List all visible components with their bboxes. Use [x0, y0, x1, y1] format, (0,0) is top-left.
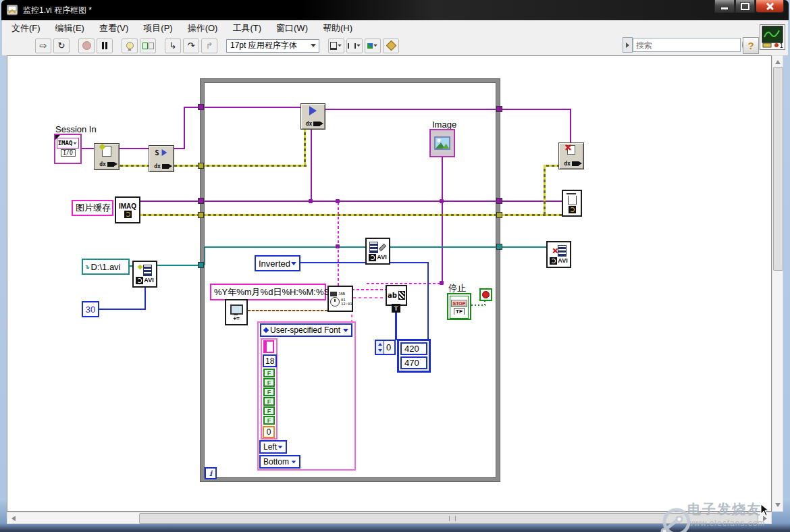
retain-values-icon: [142, 43, 154, 49]
title-bar[interactable]: 监控1.vi 程序框图 *: [1, 0, 789, 20]
run-button[interactable]: ⇨: [35, 38, 51, 53]
highlight-execution-button[interactable]: [122, 38, 138, 53]
abort-button[interactable]: [78, 38, 95, 53]
menu-project[interactable]: 项目(P): [143, 22, 172, 34]
font-string-element[interactable]: [263, 340, 274, 353]
imaq-create-node[interactable]: IMAQ: [115, 196, 140, 223]
retain-wire-values-button[interactable]: [140, 38, 156, 53]
font-flag-false[interactable]: F: [263, 388, 275, 396]
maximize-button[interactable]: [735, 0, 755, 13]
wire-segment: [99, 309, 145, 310]
stepper-icon[interactable]: [376, 341, 384, 354]
search-expand-button[interactable]: [623, 37, 633, 53]
fps-constant[interactable]: 30: [82, 301, 99, 317]
imaqdx-grab-node[interactable]: dx: [300, 103, 325, 130]
avi-path-constant[interactable]: ъ D:\1.avi: [82, 259, 130, 275]
format-datetime-node[interactable]: JAN 01 12:01: [327, 286, 353, 312]
monitor-icon: [230, 304, 243, 315]
font-flag-false[interactable]: F: [263, 378, 275, 387]
session-in-label: Session In: [55, 124, 97, 134]
cleanup-diagram-button[interactable]: [383, 38, 399, 53]
step-over-button[interactable]: ↷: [183, 38, 199, 53]
font-flag-false[interactable]: F: [263, 397, 275, 406]
chevron-down-icon: [291, 262, 296, 265]
avi-refresh-icon: [136, 277, 143, 284]
grab-play-icon: [309, 106, 317, 115]
pause-button[interactable]: [97, 38, 113, 53]
chevron-down-icon: [311, 44, 316, 47]
font-flag-false[interactable]: F: [263, 369, 275, 377]
watermark-url: www.elecfans.com: [687, 518, 789, 528]
align-icon: [330, 42, 337, 50]
avi-close-icon: [551, 245, 567, 257]
run-continuous-button[interactable]: ↻: [53, 38, 70, 53]
get-datetime-node[interactable]: +=: [225, 299, 248, 325]
chevron-down-icon: [373, 45, 377, 47]
align-objects-button[interactable]: [328, 38, 344, 53]
distribute-objects-button[interactable]: [346, 38, 363, 53]
minimize-button[interactable]: [714, 0, 735, 13]
loop-tunnel: [198, 262, 204, 268]
inverted-dropdown[interactable]: Inverted: [255, 255, 300, 271]
font-name-dropdown[interactable]: User-specified Font: [260, 323, 352, 337]
step-out-button[interactable]: ↱: [201, 38, 217, 53]
context-help-button[interactable]: ?: [743, 37, 759, 54]
font-selector[interactable]: 17pt 应用程序字体: [226, 39, 319, 53]
wire-segment: [570, 109, 571, 143]
scroll-left-icon[interactable]: [11, 516, 16, 521]
loop-condition-terminal[interactable]: [479, 288, 492, 301]
imaqdx-close-camera-node[interactable]: dx: [558, 142, 584, 169]
vi-icon[interactable]: 1: [760, 24, 785, 50]
imaq-dispose-node[interactable]: [562, 190, 582, 217]
position-array[interactable]: 420 470: [397, 339, 431, 373]
imaq-overlay-text-node[interactable]: ab: [386, 285, 407, 306]
imaq-session-control[interactable]: IMAQ I/O: [54, 134, 82, 164]
menu-tools[interactable]: 工具(T): [232, 22, 261, 34]
reorder-button[interactable]: [365, 38, 381, 53]
time-format-constant[interactable]: %Y年%m月%d日%H:%M:%S: [210, 284, 326, 300]
horizontal-scrollbar[interactable]: [7, 512, 772, 524]
close-button[interactable]: [756, 0, 784, 13]
stop-button-face: STOP: [451, 300, 468, 307]
font-flag-false[interactable]: F: [263, 406, 275, 415]
io-tag: I/O: [61, 149, 76, 157]
camera-icon: [572, 161, 579, 166]
imaq-avi-create-node[interactable]: AVI: [132, 261, 157, 288]
image-display-terminal[interactable]: [429, 129, 455, 157]
thumb-gripper: [449, 516, 456, 521]
font-zero-constant[interactable]: 0: [263, 426, 275, 438]
imaqdx-configure-grab-node[interactable]: S dx: [149, 145, 174, 172]
window-title: 监控1.vi 程序框图 *: [23, 5, 92, 16]
search-input[interactable]: [633, 40, 742, 51]
stop-button-terminal[interactable]: STOP TF: [447, 293, 471, 320]
vertical-scrollbar[interactable]: [772, 55, 783, 512]
v-align-label: Bottom: [263, 457, 289, 467]
index-constant[interactable]: 0: [375, 340, 396, 355]
v-align-dropdown[interactable]: Bottom: [259, 455, 300, 469]
menu-help[interactable]: 帮助(H): [323, 22, 352, 34]
image-buffer-constant[interactable]: 图片缓存: [72, 200, 113, 216]
h-align-dropdown[interactable]: Left: [259, 440, 287, 454]
menu-edit[interactable]: 编辑(E): [55, 22, 84, 34]
font-size-constant[interactable]: 18: [263, 354, 277, 367]
elecfans-logo-icon: [659, 504, 690, 532]
menu-bar: 文件(F) 编辑(E) 查看(V) 项目(P) 操作(O) 工具(T) 窗口(W…: [2, 21, 352, 35]
step-into-button[interactable]: ↳: [165, 38, 181, 53]
imaq-avi-write-frame-node[interactable]: AVI: [365, 238, 390, 265]
font-flag-false[interactable]: F: [263, 416, 275, 425]
menu-window[interactable]: 窗口(W): [276, 22, 308, 34]
imaqdx-open-camera-node[interactable]: dx: [94, 143, 120, 170]
position-x[interactable]: 420: [400, 342, 427, 355]
menu-file[interactable]: 文件(F): [11, 22, 41, 34]
imaq-avi-close-node[interactable]: AVI: [546, 241, 571, 268]
iteration-terminal[interactable]: i: [205, 467, 217, 479]
format-text: JAN: [338, 292, 345, 296]
menu-view[interactable]: 查看(V): [99, 22, 128, 34]
minimize-icon: [720, 7, 729, 10]
stop-condition-icon: [482, 291, 490, 298]
vertical-scroll-thumb[interactable]: [773, 67, 783, 271]
position-y[interactable]: 470: [400, 356, 427, 369]
scroll-up-icon[interactable]: [775, 60, 781, 64]
menu-operate[interactable]: 操作(O): [188, 22, 218, 34]
loop-tunnel: [496, 212, 502, 218]
